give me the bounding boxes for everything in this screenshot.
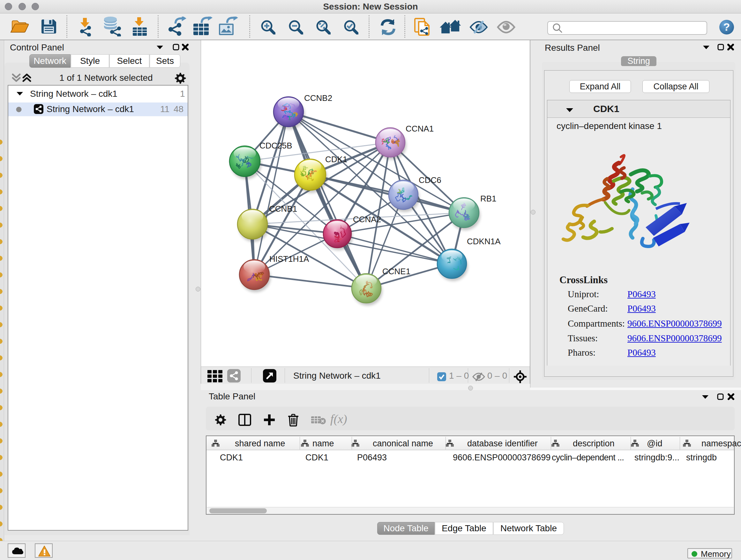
svg-text:CCNB1: CCNB1 xyxy=(269,204,297,213)
svg-text:HIST1H1A: HIST1H1A xyxy=(269,254,309,264)
svg-text:CCNA1: CCNA1 xyxy=(406,124,434,133)
svg-text:RB1: RB1 xyxy=(480,194,496,203)
svg-text:CCNA2: CCNA2 xyxy=(353,214,381,224)
svg-text:CDC25B: CDC25B xyxy=(259,141,292,150)
svg-text:CCNE1: CCNE1 xyxy=(382,266,410,276)
svg-text:?: ? xyxy=(724,21,730,33)
svg-text:CDKN1A: CDKN1A xyxy=(467,237,501,246)
svg-text:CCNB2: CCNB2 xyxy=(304,93,332,103)
svg-text:CDC6: CDC6 xyxy=(419,175,441,185)
svg-text:CDK1: CDK1 xyxy=(325,154,347,164)
